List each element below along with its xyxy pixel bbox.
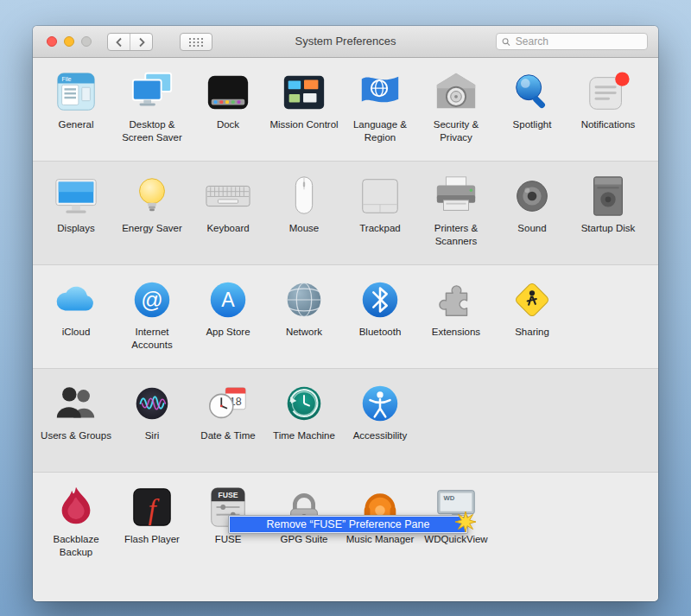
pref-pane-label: Accessibility — [353, 429, 408, 442]
bluetooth-icon — [357, 276, 403, 323]
pref-pane-label: Sound — [517, 222, 546, 235]
pref-pane-label: Users & Groups — [41, 429, 111, 442]
backblaze-icon — [53, 484, 99, 530]
pref-pane-time-machine[interactable]: Time Machine — [266, 369, 342, 442]
security-privacy-icon — [433, 69, 479, 116]
search-icon — [502, 37, 510, 47]
pref-pane-label: Energy Saver — [122, 222, 182, 235]
pref-pane-sharing[interactable]: Sharing — [494, 265, 570, 339]
accessibility-icon — [357, 380, 403, 427]
pref-pane-siri[interactable]: Siri — [114, 369, 190, 442]
pref-pane-label: Spotlight — [513, 118, 552, 131]
pref-pane-label: Date & Time — [200, 429, 255, 442]
pref-pane-label: Internet Accounts — [117, 326, 187, 351]
pref-pane-startup-disk[interactable]: Startup Disk — [570, 162, 646, 235]
keyboard-icon — [205, 173, 251, 219]
pref-pane-label: iCloud — [62, 326, 91, 339]
startup-disk-icon — [585, 173, 631, 219]
pref-pane-bluetooth[interactable]: Bluetooth — [342, 265, 418, 339]
pref-pane-general[interactable]: File General — [38, 58, 114, 131]
search-field[interactable] — [496, 33, 648, 50]
pref-pane-users-groups[interactable]: Users & Groups — [38, 369, 114, 442]
energy-saver-icon — [129, 173, 175, 219]
general-icon: File — [53, 69, 99, 116]
siri-icon — [129, 380, 175, 427]
pref-pane-network[interactable]: Network — [266, 265, 342, 339]
pref-pane-label: Backblaze Backup — [41, 533, 111, 558]
desktop-background: { "titlebar": { "title": "System Prefere… — [0, 0, 691, 616]
trackpad-icon — [357, 173, 403, 219]
pref-pane-label: Flash Player — [124, 533, 180, 546]
pref-pane-label: Language & Region — [345, 118, 415, 143]
time-machine-icon — [281, 380, 327, 427]
pref-pane-label: Extensions — [432, 326, 480, 339]
pref-pane-desktop-screen-saver[interactable]: Desktop & Screen Saver — [114, 58, 190, 143]
pref-pane-label: App Store — [206, 326, 250, 339]
svg-text:@: @ — [141, 288, 162, 312]
pref-pane-label: Keyboard — [206, 222, 249, 235]
pref-pane-label: WDQuickView — [424, 533, 487, 546]
pref-pane-printers-scanners[interactable]: Printers & Scanners — [418, 162, 494, 247]
language-region-icon — [357, 69, 403, 116]
pref-pane-dock[interactable]: Dock — [190, 58, 266, 131]
pref-pane-energy-saver[interactable]: Energy Saver — [114, 162, 190, 235]
pref-pane-app-store[interactable]: A App Store — [190, 265, 266, 339]
pref-pane-wdquickview[interactable]: WD WDQuickView — [418, 473, 494, 546]
pref-pane-fuse[interactable]: FUSE FUSE — [190, 473, 266, 546]
pane-row-4: Users & Groups Siri 18 — [33, 369, 658, 473]
pref-pane-language-region[interactable]: Language & Region — [342, 58, 418, 143]
pref-pane-flash-player[interactable]: f Flash Player — [114, 473, 190, 546]
svg-text:WD: WD — [444, 494, 455, 502]
pane-row-1: File General Deskto — [33, 58, 658, 162]
search-input[interactable] — [514, 35, 642, 48]
pref-pane-icloud[interactable]: iCloud — [38, 265, 114, 339]
pref-pane-backblaze[interactable]: Backblaze Backup — [38, 473, 114, 558]
printers-scanners-icon — [433, 173, 479, 219]
pref-pane-displays[interactable]: Displays — [38, 162, 114, 235]
starburst-badge-icon — [454, 511, 477, 533]
pref-pane-trackpad[interactable]: Trackpad — [342, 162, 418, 235]
displays-icon — [53, 173, 99, 219]
pref-pane-sound[interactable]: Sound — [494, 162, 570, 235]
pref-pane-label: Dock — [217, 118, 239, 131]
context-menu-item-remove-fuse[interactable]: Remove “FUSE” Preference Pane — [230, 517, 466, 532]
pref-pane-label: Displays — [57, 222, 94, 235]
pref-pane-extensions[interactable]: Extensions — [418, 265, 494, 339]
svg-text:FUSE: FUSE — [218, 491, 238, 499]
pref-pane-gpg-suite[interactable]: GPG Suite — [266, 473, 342, 546]
pref-pane-label: Startup Disk — [581, 222, 636, 235]
pref-pane-label: General — [59, 118, 94, 131]
pref-pane-label: Desktop & Screen Saver — [117, 118, 187, 143]
pane-row-3: iCloud @ Internet Accounts A — [33, 265, 658, 369]
desktop-screen-saver-icon — [129, 69, 175, 116]
title-bar: System Preferences — [33, 26, 658, 58]
pref-pane-label: Music Manager — [346, 533, 415, 546]
pref-pane-notifications[interactable]: Notifications — [570, 58, 646, 131]
pref-pane-label: Siri — [145, 429, 160, 442]
pref-pane-date-time[interactable]: 18 Date & Time — [190, 369, 266, 442]
pref-pane-label: Time Machine — [273, 429, 335, 442]
pref-pane-security-privacy[interactable]: Security & Privacy — [418, 58, 494, 143]
pref-pane-label: Bluetooth — [359, 326, 402, 339]
pref-pane-keyboard[interactable]: Keyboard — [190, 162, 266, 235]
pref-pane-label: Notifications — [581, 118, 636, 131]
pref-pane-label: Printers & Scanners — [421, 222, 491, 247]
sound-icon — [509, 173, 555, 219]
pref-pane-label: Mission Control — [269, 118, 338, 131]
pref-pane-accessibility[interactable]: Accessibility — [342, 369, 418, 442]
pref-pane-label: Trackpad — [359, 222, 401, 235]
users-groups-icon — [53, 380, 99, 427]
pref-pane-label: Network — [286, 326, 322, 339]
context-menu: Remove “FUSE” Preference Pane — [228, 515, 468, 534]
pref-pane-mouse[interactable]: Mouse — [266, 162, 342, 235]
sharing-icon — [509, 276, 555, 323]
app-store-icon: A — [205, 276, 251, 323]
pref-pane-label: GPG Suite — [281, 533, 328, 546]
pref-pane-spotlight[interactable]: Spotlight — [494, 58, 570, 131]
pref-pane-mission-control[interactable]: Mission Control — [266, 58, 342, 131]
notifications-icon — [585, 69, 631, 116]
pref-pane-music-manager[interactable]: Music Manager — [342, 473, 418, 546]
spotlight-icon — [509, 69, 555, 116]
svg-text:A: A — [221, 289, 235, 311]
pref-pane-internet-accounts[interactable]: @ Internet Accounts — [114, 265, 190, 351]
